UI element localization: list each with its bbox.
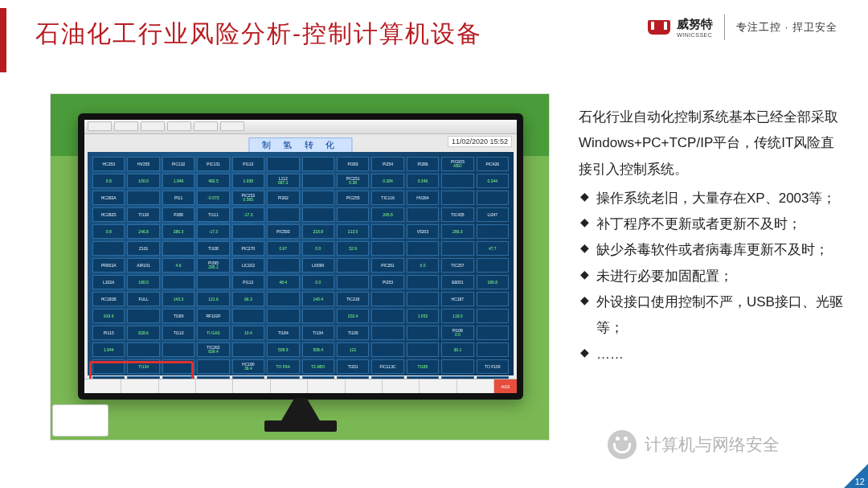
scada-tag: 189.8 — [477, 275, 509, 289]
scada-tag — [267, 207, 299, 222]
scada-tag — [371, 241, 403, 256]
scada-tag: 508.4 — [302, 342, 334, 357]
bullet-list: 操作系统老旧，大量存在XP、2003等；补丁程序不更新或者更新不及时；缺少杀毒软… — [579, 186, 847, 367]
wechat-icon — [608, 430, 637, 459]
scada-tag: 1.944 — [92, 342, 125, 357]
scada-tag — [232, 342, 264, 357]
scada-tag: TIC435 — [441, 207, 473, 222]
scada-tag: 0.244 — [477, 174, 509, 188]
scada-tag: 66.3 — [232, 292, 264, 306]
scada-tag: PI1080.0 — [441, 326, 473, 340]
scada-tag — [232, 224, 264, 239]
scada-tag: 36.1 — [441, 342, 473, 357]
scada-tag: PIC2510.28 — [337, 174, 369, 188]
scada-tag: HV264 — [407, 191, 439, 205]
scada-tag: FULL — [127, 292, 159, 306]
scada-tag: PIC603ABO — [441, 157, 473, 171]
scada-tag — [302, 174, 334, 188]
brand-name-cn: 威努特 — [677, 17, 713, 32]
scada-tag: 0.346 — [407, 174, 439, 188]
scada-tag: PI295295.1 — [197, 258, 229, 273]
scada-tag: PI262 — [267, 191, 299, 205]
scada-tag: PIC131 — [197, 157, 229, 171]
scada-tag: HC282A — [92, 191, 125, 205]
accent-bar — [0, 8, 6, 72]
scada-tag: 121 — [337, 342, 369, 357]
scada-tag — [371, 292, 403, 306]
scada-tag: TI134 — [302, 326, 334, 340]
scada-tag — [337, 275, 369, 289]
scada-tag — [477, 191, 509, 205]
scada-tag: PI113 — [232, 157, 264, 171]
scada-tag: TI GAS — [197, 326, 229, 340]
scada-tag: 0.0 — [407, 258, 439, 273]
monitor-photo: 11/02/2020 15:52 制 氢 转 化 HC253HV255PIC13… — [50, 93, 550, 441]
scada-tag: 213.5 — [337, 224, 369, 239]
screen-timestamp: 11/02/2020 15:52 — [448, 136, 512, 147]
scada-tag — [267, 309, 299, 323]
brand-block: 威努特 WINICSSEC 专注工控 · 捍卫安全 — [648, 14, 837, 40]
bullet-item: …… — [579, 342, 847, 367]
scada-tag: 47.7 — [477, 241, 509, 256]
scada-tag — [127, 342, 159, 357]
scada-tag — [302, 207, 334, 222]
bullet-item: 未进行必要加固配置； — [579, 264, 847, 289]
scada-tag — [477, 309, 509, 323]
bullet-item: 操作系统老旧，大量存在XP、2003等； — [579, 186, 847, 211]
scada-tag — [197, 275, 229, 289]
scada-tag: PI253 — [371, 275, 403, 289]
scada-tag: HC18036.4 — [232, 359, 264, 374]
scada-tag: LI0090 — [302, 258, 334, 273]
scada-tag — [267, 157, 299, 171]
scada-tag — [407, 342, 439, 357]
intro-paragraph: 石化行业自动化控制系统基本已经全部采取Windows+PC+TCP/IP平台，传… — [579, 105, 847, 182]
scada-tag — [441, 241, 473, 256]
scada-tag: 48.4 — [267, 275, 299, 289]
scada-tag: -17.3 — [197, 224, 229, 239]
scada-tag: 100.0 — [127, 174, 159, 188]
scada-tag: Z101 — [127, 241, 159, 256]
scada-tag — [407, 241, 439, 256]
scada-tag: PI286 — [407, 157, 439, 171]
scada-tag: 482.5 — [197, 174, 229, 188]
bullet-item: 缺少杀毒软件或者病毒库更新不及时； — [579, 237, 847, 263]
scada-tag: 919.6 — [92, 309, 125, 323]
scada-tag — [302, 191, 334, 205]
scada-tag: 0.284 — [371, 174, 403, 188]
scada-tag: L112687.2 — [267, 174, 299, 188]
scada-tag: HV255 — [127, 157, 159, 171]
scada-tag — [267, 292, 299, 306]
slide-title: 石油化工行业风险分析-控制计算机设备 — [35, 18, 482, 51]
scada-tag — [162, 275, 194, 289]
scada-tag: TI201 — [337, 359, 369, 374]
scada-tag — [162, 359, 194, 374]
scada-tag — [407, 207, 439, 222]
scada-tag — [477, 342, 509, 357]
scada-tag: 52.9 — [337, 241, 369, 256]
scada-tag: 828.6 — [127, 326, 159, 340]
scada-tag: HC282S — [92, 207, 125, 222]
scada-tag: TO F9A — [267, 359, 299, 374]
monitor-frame: 11/02/2020 15:52 制 氢 转 化 HC253HV255PIC13… — [78, 113, 523, 400]
scada-tag: 0.8 — [92, 224, 125, 239]
scada-tag: E6001 — [441, 275, 473, 289]
scada-tag: TIC218 — [337, 292, 369, 306]
scada-tag: PI112 — [232, 275, 264, 289]
scada-tag: LI247 — [477, 207, 509, 222]
scada-tag: 286.3 — [162, 224, 194, 239]
scada-tag — [302, 157, 334, 171]
scada-tag — [371, 326, 403, 340]
scada-tag: P288 — [162, 207, 194, 222]
scada-tag: PI283 — [337, 157, 369, 171]
scada-tag: TIC257 — [441, 258, 473, 273]
scada-tag: 202.4 — [337, 309, 369, 323]
scada-tag — [127, 191, 159, 205]
desk-object — [52, 404, 108, 437]
scada-tag: 1.552 — [407, 309, 439, 323]
brand-logo-icon — [648, 20, 670, 35]
scada-tag: PIC251 — [371, 258, 403, 273]
scada-tag: TI180 — [162, 309, 194, 323]
scada-tag: TI134 — [127, 359, 159, 374]
scada-tag: TI185 — [407, 359, 439, 374]
scada-tag: 140.4 — [302, 292, 334, 306]
